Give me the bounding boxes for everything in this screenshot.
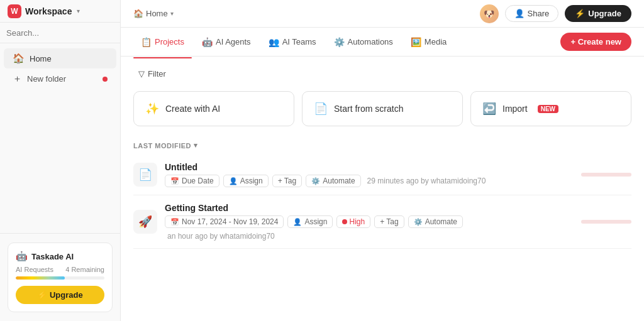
filter-icon: ▽ bbox=[138, 69, 145, 79]
tab-media-label: Media bbox=[425, 37, 447, 46]
sidebar-item-new-folder[interactable]: ＋ New folder bbox=[4, 68, 116, 89]
sidebar: W Workspace ▾ 🏠 Home ＋ New folder 🤖 Task… bbox=[0, 0, 121, 321]
home-icon: 🏠 bbox=[13, 53, 25, 64]
project-thumb-getting-started: 🚀 bbox=[133, 210, 157, 234]
project-row-getting-started: 🚀 Getting Started 📅 Nov 17, 2024 - Nov 1… bbox=[133, 195, 631, 249]
tag-label-getting-started: + Tag bbox=[380, 217, 398, 226]
section-header: LAST MODIFIED ▾ bbox=[133, 141, 631, 150]
sidebar-item-home[interactable]: 🏠 Home bbox=[4, 48, 116, 68]
workspace-name: Workspace bbox=[25, 6, 72, 16]
section-header-chevron-icon: ▾ bbox=[194, 141, 198, 150]
sidebar-home-label: Home bbox=[30, 54, 52, 63]
calendar-icon: 📅 bbox=[170, 177, 179, 185]
taskade-ai-title: 🤖 Taskade AI bbox=[16, 251, 104, 262]
taskade-ai-requests: AI Requests 4 Remaining bbox=[16, 266, 104, 273]
search-input[interactable] bbox=[6, 28, 114, 38]
import-card[interactable]: ↩️ Import NEW bbox=[470, 91, 631, 126]
project-info-untitled: Untitled 📅 Due Date 👤 Assign + Tag ⚙️ bbox=[165, 162, 574, 187]
project-thumb-untitled: 📄 bbox=[133, 163, 157, 187]
breadcrumb-chevron-icon: ▾ bbox=[170, 10, 174, 17]
taskade-ai-name: Taskade AI bbox=[31, 252, 74, 261]
tag-button-untitled[interactable]: + Tag bbox=[272, 175, 302, 187]
tag-button-getting-started[interactable]: + Tag bbox=[374, 215, 404, 228]
tab-ai-agents-label: AI Agents bbox=[216, 37, 251, 46]
tab-ai-teams-label: AI Teams bbox=[282, 37, 316, 46]
assign-button-untitled[interactable]: 👤 Assign bbox=[223, 175, 269, 187]
workspace-logo: W bbox=[8, 4, 21, 18]
tab-ai-agents[interactable]: 🤖 AI Agents bbox=[194, 33, 258, 51]
new-folder-dot bbox=[103, 77, 108, 82]
ai-progress-bar-fill bbox=[16, 276, 65, 280]
upgrade-button-top[interactable]: ⚡ Upgrade bbox=[565, 5, 631, 22]
project-time-getting-started: an hour ago by whatamidoing70 bbox=[167, 232, 275, 241]
ai-requests-label: AI Requests bbox=[16, 266, 53, 273]
ai-remaining-label: 4 Remaining bbox=[65, 266, 104, 273]
upgrade-button-sidebar[interactable]: ⚡ Upgrade bbox=[16, 286, 104, 304]
workspace-chevron-icon: ▾ bbox=[77, 8, 80, 14]
ai-icon: 🤖 bbox=[16, 251, 28, 262]
ai-teams-icon: 👥 bbox=[269, 37, 279, 47]
topbar: 🏠 Home ▾ 🐶 👤 Share ⚡ Upgrade bbox=[121, 0, 644, 28]
filter-button[interactable]: ▽ Filter bbox=[133, 67, 171, 81]
sidebar-header[interactable]: W Workspace ▾ bbox=[0, 0, 120, 23]
share-button[interactable]: 👤 Share bbox=[505, 5, 559, 22]
tab-projects[interactable]: 📋 Projects bbox=[133, 33, 192, 51]
tag-label-untitled: + Tag bbox=[278, 177, 296, 185]
automate-label-untitled: Automate bbox=[323, 177, 355, 185]
start-from-scratch-card[interactable]: 📄 Start from scratch bbox=[302, 91, 463, 126]
breadcrumb-home[interactable]: 🏠 Home ▾ bbox=[133, 9, 174, 18]
priority-high-badge[interactable]: High bbox=[336, 215, 370, 228]
home-breadcrumb-icon: 🏠 bbox=[133, 9, 143, 18]
content-area: ▽ Filter ✨ Create with AI 📄 Start from s… bbox=[121, 57, 644, 321]
plus-icon: ＋ bbox=[13, 73, 22, 85]
project-info-getting-started: Getting Started 📅 Nov 17, 2024 - Nov 19,… bbox=[165, 203, 574, 241]
due-date-button[interactable]: 📅 Due Date bbox=[165, 175, 219, 187]
automate-button-getting-started[interactable]: ⚙️ Automate bbox=[408, 215, 463, 228]
project-progress-getting-started bbox=[581, 220, 631, 224]
assign-label-untitled: Assign bbox=[240, 177, 263, 185]
project-time-untitled: 29 minutes ago by whatamidoing70 bbox=[367, 177, 486, 185]
assign-button-getting-started[interactable]: 👤 Assign bbox=[287, 215, 333, 228]
automate-icon-getting-started: ⚙️ bbox=[414, 218, 423, 226]
topbar-left: 🏠 Home ▾ bbox=[133, 9, 174, 18]
tab-media[interactable]: 🖼️ Media bbox=[403, 33, 454, 51]
import-label: Import bbox=[502, 104, 528, 114]
projects-icon: 📋 bbox=[141, 37, 152, 47]
tab-automations[interactable]: ⚙️ Automations bbox=[326, 33, 401, 51]
tab-automations-label: Automations bbox=[348, 37, 393, 46]
project-title-untitled[interactable]: Untitled bbox=[165, 162, 574, 172]
project-meta-getting-started: 📅 Nov 17, 2024 - Nov 19, 2024 👤 Assign H… bbox=[165, 215, 574, 241]
new-folder-label: New folder bbox=[27, 74, 66, 84]
date-range-label: Nov 17, 2024 - Nov 19, 2024 bbox=[182, 217, 278, 226]
project-meta-untitled: 📅 Due Date 👤 Assign + Tag ⚙️ Automate 2 bbox=[165, 175, 574, 187]
breadcrumb-home-label: Home bbox=[146, 9, 168, 18]
share-icon: 👤 bbox=[514, 9, 525, 18]
assign-icon-getting-started: 👤 bbox=[293, 218, 302, 226]
assign-label-getting-started: Assign bbox=[304, 217, 327, 226]
automate-icon-untitled: ⚙️ bbox=[311, 177, 320, 185]
scratch-icon: 📄 bbox=[314, 102, 328, 116]
filter-bar: ▽ Filter bbox=[133, 67, 631, 81]
scratch-label: Start from scratch bbox=[334, 104, 403, 114]
automate-button-untitled[interactable]: ⚙️ Automate bbox=[306, 175, 360, 187]
create-cards: ✨ Create with AI 📄 Start from scratch ↩️… bbox=[133, 91, 631, 126]
create-ai-icon: ✨ bbox=[145, 102, 159, 116]
create-new-button[interactable]: + Create new bbox=[560, 33, 631, 51]
tabs-bar: 📋 Projects 🤖 AI Agents 👥 AI Teams ⚙️ Aut… bbox=[121, 28, 644, 57]
import-icon: ↩️ bbox=[482, 102, 496, 116]
project-title-getting-started[interactable]: Getting Started bbox=[165, 203, 574, 213]
priority-dot-icon bbox=[342, 219, 347, 224]
lightning-icon: ⚡ bbox=[575, 9, 585, 18]
sidebar-nav: 🏠 Home ＋ New folder bbox=[0, 43, 120, 233]
media-icon: 🖼️ bbox=[411, 37, 421, 47]
date-range-button[interactable]: 📅 Nov 17, 2024 - Nov 19, 2024 bbox=[165, 215, 284, 228]
filter-label: Filter bbox=[148, 69, 166, 79]
main-content: 🏠 Home ▾ 🐶 👤 Share ⚡ Upgrade 📋 Projects … bbox=[121, 0, 644, 321]
topbar-right: 🐶 👤 Share ⚡ Upgrade bbox=[480, 4, 631, 23]
automations-icon: ⚙️ bbox=[334, 37, 345, 47]
sidebar-search-container bbox=[0, 23, 120, 43]
tab-ai-teams[interactable]: 👥 AI Teams bbox=[261, 33, 324, 51]
share-label: Share bbox=[528, 9, 550, 18]
create-with-ai-card[interactable]: ✨ Create with AI bbox=[133, 91, 294, 126]
taskade-ai-box: 🤖 Taskade AI AI Requests 4 Remaining ⚡ U… bbox=[8, 242, 113, 312]
